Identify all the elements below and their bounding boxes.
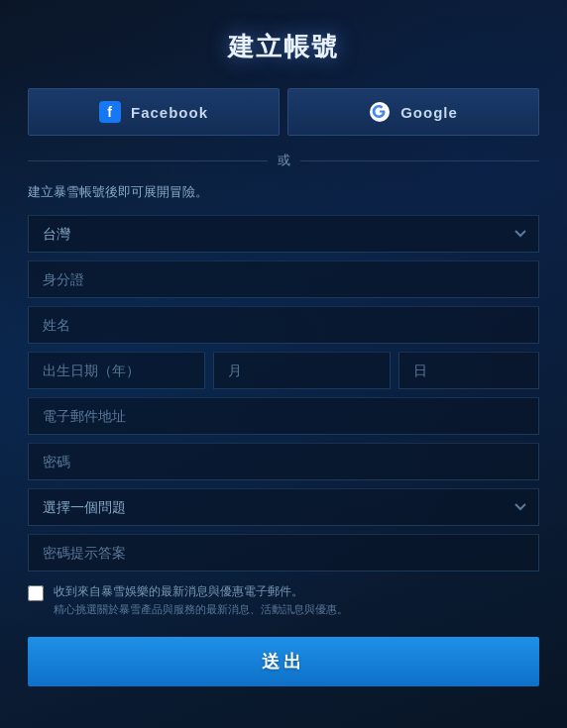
email-input[interactable] [28,397,539,435]
google-button[interactable]: Google [287,88,539,136]
divider: 或 [28,152,539,169]
newsletter-label-text: 收到來自暴雪娛樂的最新消息與優惠電子郵件。 [54,583,348,600]
divider-line-left [28,160,268,161]
page-title: 建立帳號 [28,30,539,64]
country-select[interactable]: 台灣 [28,215,539,253]
facebook-label: Facebook [131,104,208,121]
birth-date-row [28,352,539,389]
birth-month-input[interactable] [213,352,391,389]
id-input[interactable] [28,260,539,298]
newsletter-checkbox[interactable] [28,585,44,601]
password-input[interactable] [28,443,539,480]
divider-line-right [300,160,540,161]
newsletter-text-block: 收到來自暴雪娛樂的最新消息與優惠電子郵件。 精心挑選關於暴雪產品與服務的最新消息… [54,583,348,617]
social-buttons-row: f Facebook Google [28,88,539,136]
security-answer-input[interactable] [28,534,539,572]
page-container: 建立帳號 f Facebook Google 或 建立暴雪帳號後即可展開冒險。 … [0,0,567,728]
name-input[interactable] [28,306,539,344]
security-question-select[interactable]: 選擇一個問題 [28,488,539,526]
newsletter-label[interactable]: 收到來自暴雪娛樂的最新消息與優惠電子郵件。 精心挑選關於暴雪產品與服務的最新消息… [28,583,348,617]
google-label: Google [400,104,458,121]
divider-text: 或 [278,152,290,169]
form-subtitle: 建立暴雪帳號後即可展開冒險。 [28,183,539,201]
birth-day-input[interactable] [398,352,539,389]
facebook-button[interactable]: f Facebook [28,88,280,136]
submit-button[interactable]: 送出 [28,637,539,686]
facebook-icon: f [99,101,121,123]
newsletter-checkbox-row: 收到來自暴雪娛樂的最新消息與優惠電子郵件。 精心挑選關於暴雪產品與服務的最新消息… [28,583,539,617]
google-icon [369,101,391,123]
newsletter-subtext: 精心挑選關於暴雪產品與服務的最新消息、活動訊息與優惠。 [54,602,348,617]
birth-year-input[interactable] [28,352,205,389]
